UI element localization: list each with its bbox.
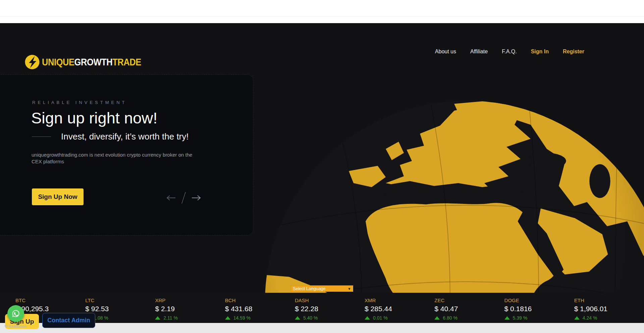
ticker-change-value: 14.59 %	[233, 315, 251, 321]
ticker-change: 1.08 %	[85, 315, 155, 321]
ticker-change: 14.59 %	[225, 315, 295, 321]
ticker-symbol: DASH	[295, 297, 365, 303]
brand-name-growth: GROWTH	[74, 57, 113, 67]
nav-register[interactable]: Register	[563, 49, 584, 55]
crypto-ticker: BTC $ 90,295.3 LTC $ 92.53 1.08 % XRP $ …	[0, 293, 644, 323]
main-nav: About us Affiliate F.A.Q. Sign In Regist…	[435, 49, 584, 55]
brand-logo[interactable]: UNIQUEGROWTHTRADE	[24, 54, 155, 70]
getbutton-label: GetButton	[8, 324, 26, 328]
ticker-change-value: 0.01 %	[373, 315, 388, 321]
ticker-item: XRP $ 2.19 2.11 %	[155, 297, 225, 323]
brand-logo-text: UNIQUEGROWTHTRADE	[42, 57, 141, 68]
carousel-next-arrow-icon[interactable]	[191, 195, 201, 201]
ticker-item: ZEC $ 40.47 6.80 %	[434, 297, 504, 323]
brand-logo-icon	[24, 54, 40, 70]
whatsapp-button[interactable]	[7, 305, 24, 322]
hero-title: Sign up right now!	[31, 109, 157, 127]
globe-illustration	[265, 101, 644, 293]
ticker-change: 6.80 %	[434, 315, 504, 321]
ticker-item: BCH $ 431.68 14.59 %	[225, 297, 295, 323]
ticker-price: $ 285.44	[365, 305, 434, 313]
ticker-item: ETH $ 1,906.01 4.24 %	[574, 297, 644, 323]
ticker-price: $ 40.47	[434, 305, 504, 313]
ticker-price: $ 2.19	[155, 305, 225, 313]
up-arrow-icon	[365, 316, 370, 320]
top-divider	[0, 16, 644, 16]
page-bottom-strip	[0, 323, 644, 333]
nav-affiliate[interactable]: Affiliate	[470, 49, 488, 55]
ticker-change: 0.01 %	[365, 315, 434, 321]
up-arrow-icon	[155, 316, 160, 320]
ticker-symbol: BTC	[15, 297, 85, 303]
ticker-price: $ 22.28	[295, 305, 365, 313]
ticker-change: 4.24 %	[574, 315, 644, 321]
nav-faq[interactable]: F.A.Q.	[502, 49, 517, 55]
up-arrow-icon	[574, 316, 580, 320]
ticker-change-value: 4.24 %	[583, 315, 597, 321]
top-whitespace	[0, 0, 644, 23]
getbutton-icon: ⟲	[4, 324, 7, 328]
ticker-price: $ 431.68	[225, 305, 295, 313]
getbutton-watermark: ⟲ GetButton	[4, 324, 26, 328]
hero-section: UNIQUEGROWTHTRADE About us Affiliate F.A…	[0, 23, 644, 293]
carousel-prev-arrow-icon[interactable]	[166, 195, 176, 201]
hero-subtitle: Invest, diversify, it’s worth the try!	[61, 131, 189, 142]
ticker-symbol: ZEC	[434, 297, 504, 303]
ticker-change: 5.40 %	[295, 315, 365, 321]
brand-name-trade: TRADE	[112, 57, 141, 67]
ticker-item: LTC $ 92.53 1.08 %	[85, 297, 155, 323]
language-select-value: Select Language	[293, 286, 326, 291]
ticker-change-value: 5.39 %	[513, 315, 528, 321]
brand-name-unique: UNIQUE	[42, 57, 74, 67]
ticker-change-value: 6.80 %	[443, 315, 458, 321]
ticker-price: $ 1,906.01	[574, 305, 644, 313]
ticker-price: $ 0.1816	[504, 305, 574, 313]
ticker-item: XMR $ 285.44 0.01 %	[365, 297, 434, 323]
ticker-symbol: DOGE	[504, 297, 574, 303]
up-arrow-icon	[504, 316, 510, 320]
ticker-symbol: XRP	[155, 297, 225, 303]
chevron-down-icon: ▼	[347, 287, 351, 291]
ticker-change-value: 1.08 %	[94, 315, 108, 321]
ticker-symbol: LTC	[85, 297, 155, 303]
hero-subtitle-row: Invest, diversify, it’s worth the try!	[32, 131, 189, 142]
ticker-change: 2.11 %	[155, 315, 225, 321]
ticker-price: $ 92.53	[85, 305, 155, 313]
ticker-symbol: BCH	[225, 297, 295, 303]
carousel-separator-icon	[181, 192, 185, 204]
up-arrow-icon	[225, 316, 230, 320]
ticker-item: DASH $ 22.28 5.40 %	[295, 297, 365, 323]
language-select[interactable]: Select Language ▼	[291, 285, 353, 292]
up-arrow-icon	[434, 316, 440, 320]
carousel-controls	[166, 191, 201, 205]
nav-sign-in[interactable]: Sign In	[531, 49, 549, 55]
hero-description: uniquegrowthtrading.com is next evolutio…	[32, 152, 201, 165]
nav-about-us[interactable]: About us	[435, 49, 456, 55]
ticker-price: $ 90,295.3	[15, 305, 85, 313]
up-arrow-icon	[295, 316, 300, 320]
whatsapp-icon	[11, 309, 21, 319]
ticker-change: 5.39 %	[504, 315, 574, 321]
ticker-item: DOGE $ 0.1816 5.39 %	[504, 297, 574, 323]
ticker-symbol: ETH	[574, 297, 644, 303]
ticker-change-value: 2.11 %	[163, 315, 178, 321]
sign-up-now-button[interactable]: Sign Up Now	[32, 188, 84, 205]
contact-admin-button[interactable]: Contact Admin	[42, 313, 95, 328]
hero-eyebrow: RELIABLE INVESTMENT	[32, 100, 127, 105]
subtitle-dash	[32, 136, 51, 137]
ticker-change-value: 5.40 %	[303, 315, 318, 321]
ticker-symbol: XMR	[365, 297, 434, 303]
